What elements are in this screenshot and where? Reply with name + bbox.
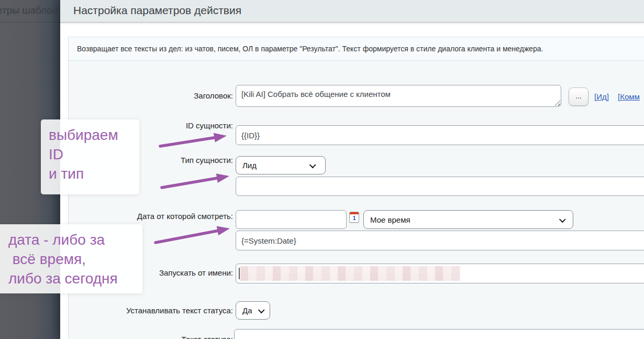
title-textarea[interactable]: [Kili AI] Собрать всё общение с клиентом — [236, 85, 561, 107]
status-text-label: Текст статуса: — [68, 335, 233, 339]
calendar-icon[interactable]: 1 — [349, 212, 359, 223]
entity-type-select[interactable]: Лид — [236, 156, 326, 174]
underlying-dialog-header: етры шаблон — [0, 0, 61, 23]
calendar-icon-top-bar — [350, 212, 359, 214]
date-from-input[interactable] — [236, 210, 347, 229]
comment-link[interactable]: [Комм — [618, 92, 640, 101]
run-as-input[interactable] — [236, 264, 644, 283]
set-status-text-label: Устанавливать текст статуса: — [68, 306, 233, 315]
entity-type-selected-value: Лид — [242, 161, 257, 170]
screen: етры шаблон Настройка параметров действи… — [0, 0, 644, 339]
dialog-title: Настройка параметров действия — [73, 4, 241, 17]
annotation-note-entity: выбираем ID и тип — [41, 119, 139, 194]
chevron-down-icon — [309, 161, 316, 168]
chevron-down-icon — [559, 216, 566, 223]
calendar-icon-day: 1 — [350, 215, 359, 221]
entity-type-extra-input[interactable] — [236, 177, 644, 196]
text-caret — [239, 268, 240, 279]
entity-id-input[interactable] — [236, 125, 644, 145]
status-text-input[interactable] — [234, 329, 644, 339]
time-mode-select[interactable]: Мое время — [363, 210, 573, 229]
set-status-text-select[interactable]: Да — [236, 301, 270, 320]
chevron-down-icon — [258, 307, 265, 313]
description-text: Возвращает все тексты из дел: из чатов, … — [77, 45, 543, 53]
set-status-selected-value: Да — [242, 306, 252, 315]
system-date-input[interactable] — [236, 231, 644, 250]
underlying-dialog-title: етры шаблон — [0, 5, 58, 16]
redacted-text-blur — [240, 266, 460, 281]
id-link[interactable]: [Ид] — [594, 92, 609, 101]
description-box: Возвращает все тексты из дел: из чатов, … — [69, 37, 644, 61]
date-from-label: Дата от которой смотреть: — [68, 212, 233, 221]
time-mode-selected-value: Мое время — [370, 215, 410, 224]
title-field-label: Заголовок: — [68, 91, 233, 100]
action-settings-dialog: Настройка параметров действия Возвращает… — [60, 0, 644, 339]
annotation-note-date: дата - либо за всё время, либо за сегодн… — [0, 224, 142, 293]
dialog-header: Настройка параметров действия — [60, 0, 644, 23]
more-button[interactable]: ... — [569, 88, 589, 106]
